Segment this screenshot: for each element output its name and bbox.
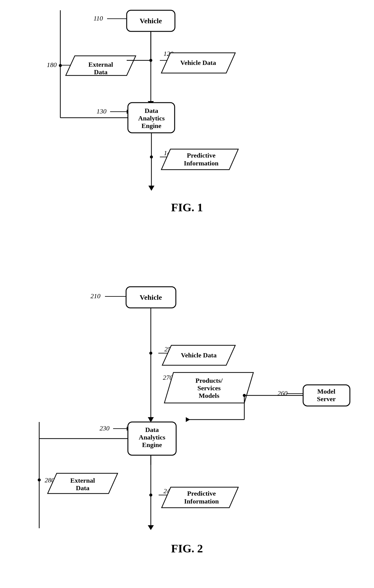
fig1-label: FIG. 1 bbox=[171, 201, 203, 214]
fig1-dae-label3: Engine bbox=[141, 122, 161, 129]
ref-210: 210 bbox=[90, 292, 100, 300]
fig1-svg: 110 Vehicle 180 External Data 120 bbox=[0, 0, 374, 287]
fig2-products-label1: Products/ bbox=[195, 377, 223, 384]
fig1-externaldata-label1: External bbox=[88, 61, 113, 68]
fig2-products-label2: Services bbox=[198, 384, 221, 392]
fig2-vehicle-label: Vehicle bbox=[140, 293, 162, 301]
fig2-svg: 210 Vehicle 250 Vehicle Data 270 Product… bbox=[0, 278, 374, 583]
fig2-dae-label2: Analytics bbox=[139, 433, 165, 441]
fig2-predictive-label2: Information bbox=[184, 497, 219, 505]
fig1-vehicledata-label: Vehicle Data bbox=[180, 59, 216, 66]
ref-180: 180 bbox=[47, 61, 57, 69]
fig2-junction-vehicledata bbox=[149, 352, 152, 355]
fig1-dae-label1: Data bbox=[144, 107, 158, 114]
fig2-container: 210 Vehicle 250 Vehicle Data 270 Product… bbox=[0, 278, 374, 579]
fig1-junction-left bbox=[59, 64, 62, 67]
fig2-arrow-modelserver bbox=[186, 417, 190, 422]
fig2-predictive-label1: Predictive bbox=[187, 490, 216, 497]
fig2-modelserver-label2: Server bbox=[317, 395, 336, 403]
fig2-arrow-bottom bbox=[148, 525, 154, 530]
ref-110: 110 bbox=[94, 14, 103, 22]
fig2-dae-label1: Data bbox=[145, 426, 159, 433]
fig2-externaldata-label1: External bbox=[70, 477, 95, 484]
ref-130: 130 bbox=[97, 107, 106, 115]
fig1-vehicle-label: Vehicle bbox=[140, 17, 162, 25]
fig2-label: FIG. 2 bbox=[171, 542, 203, 555]
fig2-products-label3: Models bbox=[199, 392, 220, 399]
fig2-arrow-dae-top bbox=[148, 417, 154, 422]
ref-230: 230 bbox=[100, 424, 109, 432]
fig2-junction-predictive bbox=[149, 494, 152, 497]
fig1-predictive-label2: Information bbox=[184, 159, 219, 167]
fig2-dae-label3: Engine bbox=[142, 441, 162, 449]
fig1-arrow-bottom bbox=[148, 186, 154, 191]
fig1-junction2 bbox=[150, 155, 153, 158]
fig2-vehicledata-label: Vehicle Data bbox=[181, 351, 217, 359]
fig1-predictive-label1: Predictive bbox=[187, 152, 216, 159]
fig2-externaldata-label2: Data bbox=[76, 484, 89, 492]
fig2-junction-external bbox=[38, 478, 41, 481]
fig1-dae-label2: Analytics bbox=[138, 114, 165, 122]
fig1-container: 110 Vehicle 180 External Data 120 bbox=[0, 0, 374, 287]
fig2-modelserver-label1: Model bbox=[317, 388, 335, 395]
fig1-externaldata-label2: Data bbox=[94, 68, 107, 76]
page: 110 Vehicle 180 External Data 120 bbox=[0, 0, 374, 588]
